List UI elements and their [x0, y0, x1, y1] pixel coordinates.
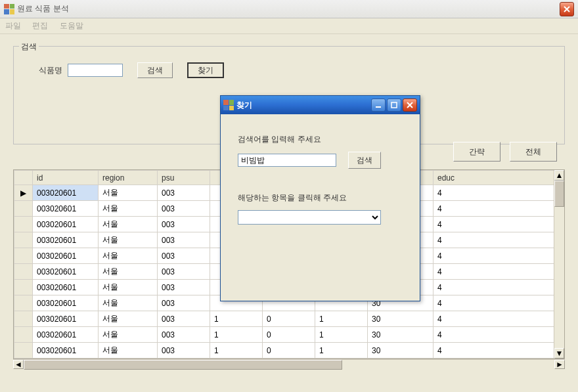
table-row[interactable]: 003020601서울003101304	[14, 343, 564, 359]
cell-educ[interactable]: 4	[434, 343, 564, 359]
cell-c3[interactable]: 1	[315, 343, 368, 359]
cell-educ[interactable]: 4	[434, 295, 564, 311]
cell-id[interactable]: 003020601	[33, 327, 99, 343]
row-header[interactable]	[14, 217, 33, 232]
search-group-legend: 검색	[19, 41, 39, 53]
dialog-minimize-button[interactable]	[371, 98, 386, 112]
cell-c3[interactable]: 1	[315, 311, 368, 327]
col-psu[interactable]: psu	[158, 171, 210, 185]
cell-id[interactable]: 003020601	[33, 232, 99, 248]
cell-psu[interactable]: 003	[158, 327, 210, 343]
row-header[interactable]	[14, 201, 33, 217]
col-id[interactable]: id	[33, 171, 99, 185]
vertical-scrollbar[interactable]: ▲ ▼	[554, 170, 564, 359]
cell-id[interactable]: 003020601	[33, 280, 99, 295]
cell-region[interactable]: 서울	[99, 185, 158, 201]
cell-psu[interactable]: 003	[158, 295, 210, 311]
table-row[interactable]: 003020601서울003101304	[14, 327, 564, 343]
cell-region[interactable]: 서울	[99, 201, 158, 217]
table-row[interactable]: 003020601서울003101304	[14, 311, 564, 327]
cell-c1[interactable]: 1	[210, 311, 263, 327]
cell-educ[interactable]: 4	[434, 327, 564, 343]
dialog-title: 찾기	[236, 100, 252, 111]
row-header[interactable]	[14, 343, 33, 359]
cell-region[interactable]: 서울	[99, 327, 158, 343]
dialog-search-button[interactable]: 검색	[348, 152, 381, 169]
cell-c2[interactable]: 0	[263, 311, 315, 327]
cell-psu[interactable]: 003	[158, 280, 210, 295]
dialog-result-combo[interactable]	[238, 210, 381, 225]
cell-psu[interactable]: 003	[158, 343, 210, 359]
cell-age[interactable]: 30	[368, 327, 434, 343]
cell-psu[interactable]: 003	[158, 217, 210, 232]
all-view-button[interactable]: 전체	[510, 142, 557, 162]
cell-c3[interactable]: 1	[315, 327, 368, 343]
cell-psu[interactable]: 003	[158, 185, 210, 201]
dialog-search-input[interactable]	[238, 154, 336, 167]
search-button[interactable]: 검색	[137, 62, 173, 78]
cell-age[interactable]: 30	[368, 311, 434, 327]
cell-id[interactable]: 003020601	[33, 343, 99, 359]
horizontal-scrollbar[interactable]: ◄ ►	[13, 359, 565, 370]
scroll-right-button[interactable]: ►	[554, 360, 565, 369]
cell-educ[interactable]: 4	[434, 201, 564, 217]
cell-id[interactable]: 003020601	[33, 295, 99, 311]
row-header[interactable]	[14, 280, 33, 295]
cell-psu[interactable]: 003	[158, 201, 210, 217]
cell-region[interactable]: 서울	[99, 295, 158, 311]
cell-psu[interactable]: 003	[158, 311, 210, 327]
cell-c2[interactable]: 0	[263, 343, 315, 359]
scroll-down-button[interactable]: ▼	[554, 348, 564, 359]
cell-id[interactable]: 003020601	[33, 185, 99, 201]
cell-educ[interactable]: 4	[434, 280, 564, 295]
cell-id[interactable]: 003020601	[33, 217, 99, 232]
dialog-title-bar[interactable]: 찾기	[221, 96, 420, 114]
cell-psu[interactable]: 003	[158, 248, 210, 264]
brief-view-button[interactable]: 간략	[453, 142, 500, 162]
scroll-left-button[interactable]: ◄	[13, 360, 24, 369]
food-name-input[interactable]	[68, 64, 123, 77]
row-header[interactable]	[14, 327, 33, 343]
cell-c1[interactable]: 1	[210, 343, 263, 359]
cell-id[interactable]: 003020601	[33, 311, 99, 327]
row-header[interactable]: ▶	[14, 185, 33, 201]
cell-educ[interactable]: 4	[434, 264, 564, 280]
cell-id[interactable]: 003020601	[33, 264, 99, 280]
cell-psu[interactable]: 003	[158, 232, 210, 248]
window-close-button[interactable]	[560, 2, 574, 16]
cell-educ[interactable]: 4	[434, 217, 564, 232]
row-header[interactable]	[14, 264, 33, 280]
cell-c1[interactable]: 1	[210, 327, 263, 343]
cell-region[interactable]: 서울	[99, 343, 158, 359]
cell-psu[interactable]: 003	[158, 264, 210, 280]
cell-c2[interactable]: 0	[263, 327, 315, 343]
cell-educ[interactable]: 4	[434, 311, 564, 327]
row-header[interactable]	[14, 232, 33, 248]
col-educ[interactable]: educ	[434, 171, 564, 185]
cell-region[interactable]: 서울	[99, 280, 158, 295]
cell-region[interactable]: 서울	[99, 264, 158, 280]
find-button[interactable]: 찾기	[187, 62, 224, 78]
menu-file[interactable]: 파일	[5, 21, 21, 30]
cell-id[interactable]: 003020601	[33, 201, 99, 217]
cell-educ[interactable]: 4	[434, 232, 564, 248]
cell-region[interactable]: 서울	[99, 217, 158, 232]
dialog-close-button[interactable]	[403, 98, 417, 112]
dialog-maximize-button[interactable]	[387, 98, 401, 112]
hscroll-thumb[interactable]	[24, 360, 342, 370]
row-header[interactable]	[14, 248, 33, 264]
cell-region[interactable]: 서울	[99, 311, 158, 327]
cell-age[interactable]: 30	[368, 343, 434, 359]
menu-help[interactable]: 도움말	[60, 21, 83, 30]
row-header[interactable]	[14, 311, 33, 327]
cell-educ[interactable]: 4	[434, 248, 564, 264]
cell-educ[interactable]: 4	[434, 185, 564, 201]
vscroll-thumb[interactable]	[554, 181, 564, 207]
cell-region[interactable]: 서울	[99, 232, 158, 248]
cell-id[interactable]: 003020601	[33, 248, 99, 264]
scroll-up-button[interactable]: ▲	[554, 170, 564, 181]
menu-edit[interactable]: 편집	[32, 21, 48, 30]
col-region[interactable]: region	[99, 171, 158, 185]
row-header[interactable]	[14, 295, 33, 311]
cell-region[interactable]: 서울	[99, 248, 158, 264]
